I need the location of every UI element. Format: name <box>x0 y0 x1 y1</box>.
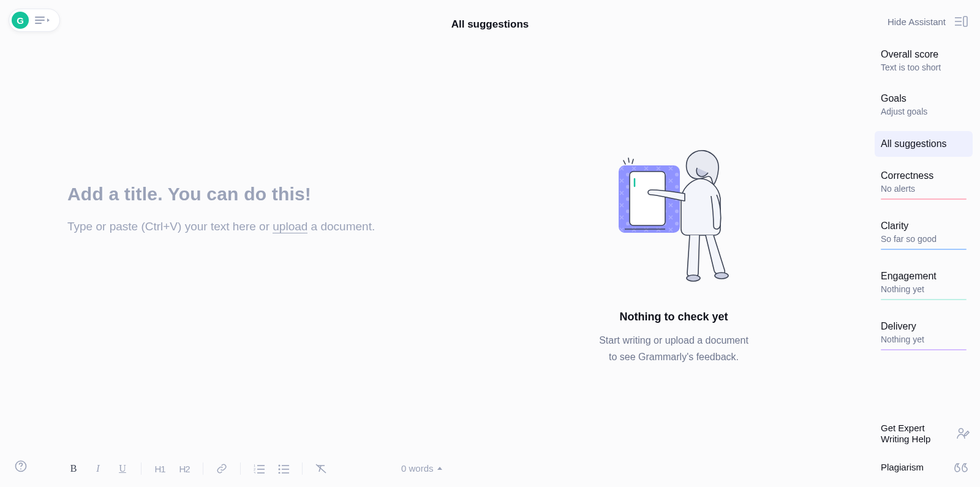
quotes-icon <box>954 461 970 474</box>
empty-heading: Nothing to check yet <box>508 311 839 323</box>
hide-assistant-button[interactable]: Hide Assistant <box>888 16 968 27</box>
sidebar-sub: So far so good <box>881 234 967 244</box>
delivery-bar <box>881 349 967 350</box>
ordered-list-button[interactable]: 1 2 3 <box>247 458 271 480</box>
heading1-button[interactable]: H1 <box>148 458 172 480</box>
grammarly-logo-icon: G <box>12 12 29 29</box>
help-icon <box>15 460 27 472</box>
page-title: All suggestions <box>123 18 858 31</box>
document-title-input[interactable]: Add a title. You can do this! <box>67 184 533 205</box>
clear-format-icon <box>315 464 326 474</box>
sidebar-sub: Adjust goals <box>881 107 967 116</box>
help-button[interactable] <box>15 460 27 475</box>
svg-point-22 <box>279 469 281 470</box>
link-button[interactable] <box>209 458 234 480</box>
editor: Add a title. You can do this! Type or pa… <box>67 184 533 236</box>
hamburger-icon <box>35 17 45 24</box>
sidebar-label: Delivery <box>881 321 967 332</box>
sidebar-item-all-suggestions[interactable]: All suggestions <box>875 131 973 157</box>
word-count[interactable]: 0 words <box>401 463 442 474</box>
heading2-button[interactable]: H2 <box>172 458 197 480</box>
ordered-list-icon: 1 2 3 <box>254 464 265 474</box>
sidebar-label: Clarity <box>881 221 967 232</box>
chevron-right-icon <box>47 18 50 22</box>
link-icon <box>216 463 227 474</box>
bold-button[interactable]: B <box>61 458 86 480</box>
clear-format-button[interactable] <box>309 458 333 480</box>
sidebar-item-goals[interactable]: Goals Adjust goals <box>875 87 973 124</box>
svg-point-23 <box>279 472 281 474</box>
sidebar-item-delivery[interactable]: Delivery Nothing yet <box>875 315 973 358</box>
svg-rect-3 <box>963 17 967 26</box>
sidebar-label: Correctness <box>881 170 967 181</box>
caret-up-icon <box>437 467 442 470</box>
svg-point-12 <box>959 429 963 433</box>
sidebar-label: Goals <box>881 93 967 104</box>
engagement-bar <box>881 299 967 300</box>
svg-text:3: 3 <box>254 471 255 474</box>
hide-assistant-label: Hide Assistant <box>888 17 946 27</box>
svg-point-11 <box>715 273 728 279</box>
empty-line-1: Start writing or upload a document <box>599 335 748 345</box>
suggestions-empty-state: Nothing to check yet Start writing or up… <box>508 147 839 365</box>
bullet-list-icon <box>278 464 289 474</box>
body-text-suffix: a document. <box>307 220 375 233</box>
person-edit-icon <box>956 426 970 441</box>
correctness-bar <box>881 198 967 200</box>
underline-button[interactable]: U <box>110 458 135 480</box>
app-menu-pill[interactable]: G <box>9 9 60 32</box>
sidebar-item-correctness[interactable]: Correctness No alerts <box>875 164 973 207</box>
sidebar-label: Plagiarism <box>881 462 924 474</box>
sidebar-item-plagiarism[interactable]: Plagiarism <box>875 458 973 477</box>
sidebar-item-overall-score[interactable]: Overall score Text is too short <box>875 43 973 80</box>
empty-illustration <box>508 147 839 285</box>
sidebar-item-expert-help[interactable]: Get Expert Writing Help <box>875 419 973 450</box>
toolbar-divider <box>203 462 203 475</box>
sidebar-label: Overall score <box>881 49 967 60</box>
sidebar-label: All suggestions <box>881 138 967 149</box>
app-root: G All suggestions Hide Assistant Add a t… <box>0 0 980 487</box>
sidebar-item-engagement[interactable]: Engagement Nothing yet <box>875 265 973 308</box>
body-text-prefix: Type or paste (Ctrl+V) your text here or <box>67 220 273 233</box>
svg-point-14 <box>20 469 21 470</box>
sidebar-sub: Text is too short <box>881 62 967 72</box>
toolbar-divider <box>141 462 141 475</box>
sidebar-sub: Nothing yet <box>881 284 967 294</box>
document-menu-button[interactable] <box>29 13 57 28</box>
sidebar-sub: Nothing yet <box>881 334 967 344</box>
empty-body: Start writing or upload a document to se… <box>508 332 839 365</box>
sidebar-sub: No alerts <box>881 184 967 194</box>
sidebar-label: Engagement <box>881 271 967 282</box>
clarity-bar <box>881 249 967 250</box>
sidebar-label: Get Expert Writing Help <box>881 423 948 446</box>
collapse-panel-icon <box>954 16 968 27</box>
toolbar-divider <box>240 462 241 475</box>
word-count-label: 0 words <box>401 463 434 474</box>
unordered-list-button[interactable] <box>271 458 296 480</box>
svg-point-10 <box>687 275 700 281</box>
format-toolbar: B I U H1 H2 1 2 3 <box>61 458 333 480</box>
sidebar-bottom: Get Expert Writing Help Plagiarism <box>875 419 973 478</box>
empty-line-2: to see Grammarly's feedback. <box>609 352 739 362</box>
toolbar-divider <box>302 462 303 475</box>
italic-button[interactable]: I <box>86 458 110 480</box>
document-body-input[interactable]: Type or paste (Ctrl+V) your text here or… <box>67 218 533 236</box>
assistant-sidebar: Overall score Text is too short Goals Ad… <box>875 43 973 477</box>
upload-link[interactable]: upload <box>273 220 307 233</box>
sidebar-item-clarity[interactable]: Clarity So far so good <box>875 214 973 257</box>
svg-point-21 <box>279 465 281 467</box>
